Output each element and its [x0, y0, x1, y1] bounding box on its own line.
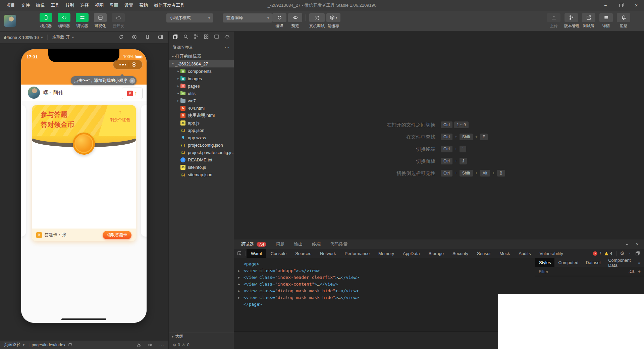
toolbar-device-debug-button[interactable]: 真机调试 — [309, 13, 325, 29]
activity-search-icon[interactable] — [183, 34, 189, 41]
user-avatar[interactable] — [4, 15, 16, 27]
menu-item[interactable]: 帮助 — [136, 0, 151, 11]
expand-arrow-icon[interactable]: ▶ — [238, 294, 240, 301]
devtools-tab-Sources[interactable]: Sources — [291, 249, 316, 258]
devtools-tab-Network[interactable]: Network — [316, 249, 340, 258]
tree-item[interactable]: ▸▣images — [169, 75, 234, 82]
twisty-icon[interactable]: ▸ — [171, 55, 175, 58]
activity-files-icon[interactable] — [173, 34, 178, 41]
eye-icon[interactable] — [148, 343, 153, 347]
twisty-icon[interactable]: ▸ — [176, 99, 180, 102]
toolbar-compile-button[interactable]: 编译 — [272, 13, 286, 29]
menu-item[interactable]: 视图 — [92, 0, 107, 11]
outline-section[interactable]: ▸ 大纲 — [169, 333, 234, 340]
more-tabs-chevron[interactable]: » — [635, 258, 644, 267]
menu-item[interactable]: 工具 — [48, 0, 62, 11]
devtools-tab-Performance[interactable]: Performance — [340, 249, 374, 258]
toolbar-messages-button[interactable]: 消息 — [616, 13, 631, 29]
devtools-tab-AppData[interactable]: AppData — [398, 249, 424, 258]
wxml-node-line[interactable]: </page> — [234, 301, 535, 308]
maximize-button[interactable] — [613, 0, 629, 11]
expand-arrow-icon[interactable]: ▶ — [238, 274, 240, 281]
undock-icon[interactable] — [635, 251, 640, 256]
expand-arrow-icon[interactable]: ▶ — [238, 267, 240, 274]
wxml-node-line[interactable]: ▶<view class="dialog-mask mask-hide">…</… — [234, 294, 535, 301]
chevron-down-icon[interactable]: ▼ — [22, 343, 25, 347]
wxml-node-line[interactable]: ▶<view class="index-header clearfix">…</… — [234, 274, 535, 281]
panel-tab-终端[interactable]: 终端 — [312, 241, 321, 247]
bug-icon[interactable] — [137, 343, 141, 347]
hot-reload-toggle[interactable]: 热重载 开▼ — [47, 35, 78, 40]
styles-tab-Computed[interactable]: Computed — [554, 258, 582, 267]
tree-item[interactable]: ∃app.wxss — [169, 134, 234, 141]
tree-item[interactable]: JSsiteinfo.js — [169, 163, 234, 171]
wxml-node-line[interactable]: ▶<view class="dialog-mask mask-hide">…</… — [234, 288, 535, 294]
activity-cloud-icon[interactable] — [224, 34, 230, 41]
menu-item[interactable]: 微信开发者工具 — [151, 0, 187, 11]
activity-blocks-icon[interactable] — [204, 34, 209, 41]
wxml-node-line[interactable]: <page> — [234, 261, 535, 267]
get-quiz-card-button[interactable]: 领取答题卡 — [103, 231, 131, 239]
kebab-menu-icon[interactable]: ··· — [159, 343, 165, 347]
panel-tab-输出[interactable]: 输出 — [294, 241, 303, 247]
toolbar-upload-button[interactable]: 上传 — [547, 13, 561, 29]
activity-window-icon[interactable] — [214, 34, 219, 41]
compile-mode-select[interactable]: 普通编译 ▾ — [223, 13, 272, 22]
devtools-tab-Sensor[interactable]: Sensor — [473, 249, 495, 258]
panel-tab-调试器[interactable]: 调试器7,4 — [241, 241, 266, 247]
minimize-button[interactable]: − — [598, 0, 613, 11]
menu-item[interactable]: 选择 — [77, 0, 92, 11]
devtools-tab-Mock[interactable]: Mock — [495, 249, 514, 258]
menu-item[interactable]: 项目 — [3, 0, 18, 11]
styles-filter-input[interactable] — [539, 269, 599, 274]
gear-icon[interactable]: ⚙ — [620, 250, 625, 256]
simulator-devices-icon[interactable] — [158, 35, 163, 41]
twisty-icon[interactable]: ▸ — [176, 92, 180, 95]
quiz-card[interactable]: ↑ 剩余个红包 参与答题 答对领金币 ¥ 答题卡：张 领取答题卡 — [32, 105, 136, 241]
devtools-tab-Security[interactable]: Security — [448, 249, 473, 258]
cls-toggle[interactable]: .cls — [629, 269, 635, 274]
devtools-tab-Memory[interactable]: Memory — [374, 249, 398, 258]
toolbar-visualize-button[interactable]: 可视化 — [93, 13, 108, 29]
tree-item[interactable]: {..}project.private.config.js... — [169, 149, 234, 156]
tree-item[interactable]: ▸▤pages — [169, 82, 234, 90]
twisty-icon[interactable]: ▸ — [176, 77, 180, 80]
styles-tab-Dataset[interactable]: Dataset — [582, 258, 604, 267]
error-badge-icon[interactable]: × — [593, 251, 597, 256]
twisty-icon[interactable]: ▸ — [176, 69, 180, 73]
tree-item[interactable]: {..}project.config.json — [169, 141, 234, 149]
wxml-node-line[interactable]: ▶<view class="addapp">…</view> — [234, 267, 535, 274]
mode-select[interactable]: 小程序模式 ▾ — [166, 13, 213, 22]
toolbar-details-button[interactable]: 详情 — [599, 13, 613, 29]
panel-tab-问题[interactable]: 问题 — [276, 241, 284, 247]
toolbar-simulator-button[interactable]: 模拟器 — [38, 13, 54, 29]
device-select[interactable]: iPhone X 100% 16▼ — [0, 35, 47, 40]
menu-item[interactable]: 界面 — [107, 0, 121, 11]
warning-badge-icon[interactable] — [604, 252, 608, 255]
tree-item[interactable]: ▸we7 — [169, 97, 234, 104]
tree-item[interactable]: ▸▦components — [169, 67, 234, 75]
toolbar-editor-toggle-button[interactable]: 编辑器 — [56, 13, 72, 29]
menu-item[interactable]: 转到 — [62, 0, 77, 11]
devtools-tab-Storage[interactable]: Storage — [424, 249, 448, 258]
twisty-icon[interactable]: ▾ — [171, 62, 175, 65]
twisty-icon[interactable]: ▸ — [176, 84, 180, 88]
toolbar-test-account-button[interactable]: 测试号 — [582, 13, 596, 29]
expand-arrow-icon[interactable]: ▶ — [238, 288, 240, 294]
styles-tab-Component-Data[interactable]: Component Data — [604, 258, 635, 267]
collapse-panel-icon[interactable] — [625, 242, 629, 247]
tree-item[interactable]: ▸+utils — [169, 90, 234, 97]
simulator-record-icon[interactable] — [132, 35, 137, 41]
explorer-more-button[interactable]: ··· — [225, 45, 230, 50]
toolbar-debugger-toggle-button[interactable]: 调试器 — [74, 13, 90, 29]
menu-item[interactable]: 文件 — [18, 0, 33, 11]
toolbar-version-control-button[interactable]: 版本管理 — [564, 13, 578, 29]
tree-item[interactable]: ▸打开的编辑器 — [169, 53, 234, 60]
tree-item[interactable]: {..}app.json — [169, 127, 234, 134]
tree-item[interactable]: ▾_-269213684_27 — [169, 60, 234, 67]
devtools-tab-Console[interactable]: Console — [266, 249, 291, 258]
expand-arrow-icon[interactable]: ▶ — [238, 281, 240, 288]
activity-branch-icon[interactable] — [194, 34, 199, 41]
kebab-menu-icon[interactable]: ⋮ — [628, 251, 632, 256]
tree-item[interactable]: 5404.html — [169, 104, 234, 112]
